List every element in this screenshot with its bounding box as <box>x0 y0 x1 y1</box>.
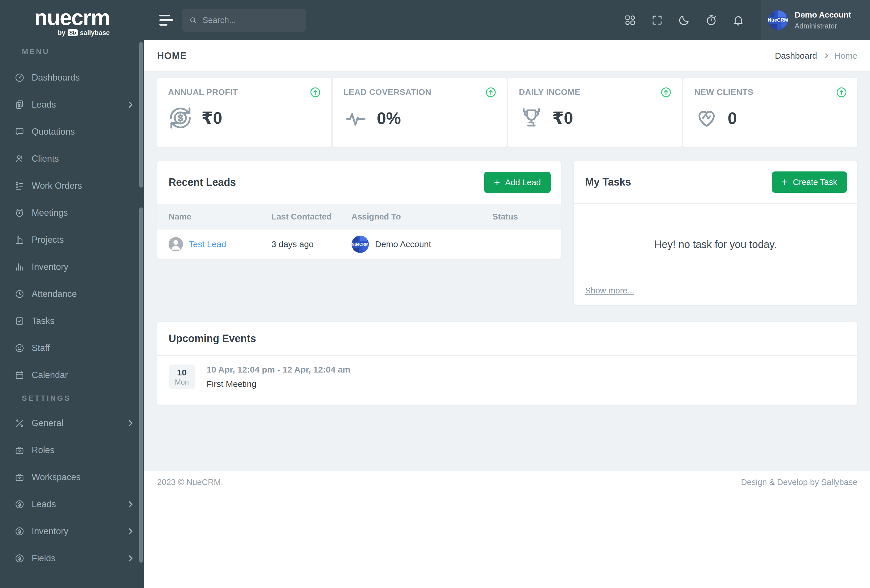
lead-assigned-cell: NueCRMDemo Account <box>352 235 493 253</box>
brand-wordmark: nuecrm <box>34 7 110 28</box>
sidebar-item-inventory[interactable]: Inventory <box>0 518 144 545</box>
sidebar-item-label: Inventory <box>32 262 69 272</box>
sidebar-item-calendar[interactable]: Calendar <box>0 362 144 389</box>
my-tasks-title: My Tasks <box>585 176 631 188</box>
sidebar-item-label: Leads <box>32 499 56 509</box>
lead-last-contacted: 3 days ago <box>271 239 351 249</box>
calendar-icon <box>14 370 25 380</box>
show-more-link[interactable]: Show more... <box>585 286 635 295</box>
fullscreen-icon[interactable] <box>651 14 663 27</box>
stopwatch-icon[interactable] <box>705 14 718 27</box>
user-menu[interactable]: NueCRM Demo Account Administrator <box>761 0 870 40</box>
stat-value: ₹0 <box>553 108 574 128</box>
sidebar-item-meetings[interactable]: Meetings <box>0 199 144 226</box>
sidebar-item-inventory[interactable]: Inventory <box>0 253 144 280</box>
stat-label: ANNUAL PROFIT <box>168 88 320 97</box>
create-task-button[interactable]: + Create Task <box>772 171 847 193</box>
breadcrumb: Dashboard Home <box>775 51 857 61</box>
sidebar-item-clients[interactable]: Clients <box>0 145 144 172</box>
dollar-circle-icon <box>14 553 25 564</box>
sidebar-item-label: General <box>32 418 63 428</box>
stat-card-lead-coversation: LEAD COVERSATION0% <box>332 78 507 147</box>
upcoming-events-card: Upcoming Events 10Mon10 Apr, 12:04 pm - … <box>157 322 857 405</box>
sidebar-item-label: Clients <box>32 153 59 164</box>
assigned-avatar: NueCRM <box>352 235 369 253</box>
sidebar-item-roles[interactable]: Roles <box>0 437 144 464</box>
sidebar-item-label: Roles <box>32 445 54 456</box>
sidebar-toggle-icon[interactable] <box>159 15 173 25</box>
stat-card-daily-income: DAILY INCOME₹0 <box>508 78 682 147</box>
bell-icon[interactable] <box>732 14 745 27</box>
main-region: NueCRM Demo Account Administrator HOME D… <box>144 0 870 588</box>
lead-avatar <box>168 237 183 252</box>
stat-label: NEW CLIENTS <box>694 88 846 97</box>
chevron-right-icon <box>126 555 133 562</box>
events-list: 10Mon10 Apr, 12:04 pm - 12 Apr, 12:04 am… <box>157 356 857 389</box>
column-header-assigned-to: Assigned To <box>352 212 493 222</box>
lead-name-link[interactable]: Test Lead <box>189 239 226 249</box>
footer-credit-link[interactable]: Design & Develop by Sallybase <box>741 478 857 588</box>
arrow-up-circle-icon <box>836 86 848 98</box>
sidebar-item-label: Calendar <box>32 370 68 380</box>
breadcrumb-dashboard[interactable]: Dashboard <box>775 51 817 61</box>
leads-table-body: Test Lead3 days agoNueCRMDemo Account <box>157 229 561 259</box>
sidebar-item-dashboards[interactable]: Dashboards <box>0 64 144 91</box>
event-day: 10 <box>177 368 186 377</box>
brand-logo[interactable]: nuecrm by Sb sallybase <box>0 0 144 43</box>
sidebar-scrollbar-thumb[interactable] <box>139 42 143 188</box>
lead-assigned-name: Demo Account <box>375 239 431 249</box>
stat-value: 0 <box>728 109 737 128</box>
search-icon <box>189 16 197 24</box>
column-header-last-contacted: Last Contacted <box>271 212 351 222</box>
footer-copyright: 2023 © NueCRM. <box>157 478 223 588</box>
dollar-circle-icon <box>14 526 25 536</box>
sidebar-item-fields[interactable]: Fields <box>0 545 144 572</box>
stat-label: LEAD COVERSATION <box>344 88 496 97</box>
event-details: 10 Apr, 12:04 pm - 12 Apr, 12:04 amFirst… <box>207 365 350 389</box>
sidebar-item-leads[interactable]: Leads <box>0 491 144 518</box>
currency-cycle-icon <box>168 106 193 130</box>
avatar: NueCRM <box>768 10 788 30</box>
sidebar-item-label: Inventory <box>32 526 69 536</box>
topbar-actions <box>624 14 761 27</box>
sidebar-item-workspaces[interactable]: Workspaces <box>0 464 144 491</box>
trophy-icon <box>519 106 544 130</box>
sidebar-item-tasks[interactable]: Tasks <box>0 308 144 335</box>
sidebar-item-label: Meetings <box>32 208 68 218</box>
invoice-icon <box>14 100 25 110</box>
lead-row: Test Lead3 days agoNueCRMDemo Account <box>157 229 561 259</box>
moon-icon[interactable] <box>678 14 690 27</box>
plus-icon: + <box>494 177 500 188</box>
sidebar-section-menu: MENU <box>22 47 144 56</box>
add-lead-button[interactable]: + Add Lead <box>484 172 551 193</box>
sidebar-item-staff[interactable]: Staff <box>0 335 144 362</box>
sidebar-scrollbar-thumb[interactable] <box>139 207 143 563</box>
event-item[interactable]: 10Mon10 Apr, 12:04 pm - 12 Apr, 12:04 am… <box>157 356 857 389</box>
sidebar-item-label: Fields <box>32 553 55 564</box>
brand-byline-name: sallybase <box>80 29 110 37</box>
sidebar-item-label: Attendance <box>32 289 77 299</box>
stat-value: 0% <box>377 109 401 128</box>
page-footer: 2023 © NueCRM. Design & Develop by Sally… <box>144 471 870 588</box>
search-input[interactable] <box>203 16 289 25</box>
bar-chart-icon <box>14 262 25 272</box>
clock-icon <box>14 289 25 299</box>
lead-name-cell: Test Lead <box>168 237 271 252</box>
sidebar-item-attendance[interactable]: Attendance <box>0 280 144 308</box>
sidebar-item-quotations[interactable]: “Quotations <box>0 118 144 145</box>
gauge-icon <box>14 73 25 83</box>
page-titlebar: HOME Dashboard Home <box>144 40 870 72</box>
task-check-icon <box>14 316 25 326</box>
search-box[interactable] <box>182 9 306 32</box>
sidebar-item-work-orders[interactable]: Work Orders <box>0 172 144 199</box>
sidebar-item-general[interactable]: General <box>0 409 144 437</box>
sidebar: nuecrm by Sb sallybase MENU DashboardsLe… <box>0 0 144 588</box>
sidebar-item-projects[interactable]: Projects <box>0 226 144 253</box>
sidebar-item-leads[interactable]: Leads <box>0 91 144 118</box>
chevron-right-icon <box>126 420 133 427</box>
briefcase-icon <box>14 445 25 456</box>
apps-grid-icon[interactable] <box>624 14 636 27</box>
stat-card-annual-profit: ANNUAL PROFIT₹0 <box>157 78 331 147</box>
recent-leads-title: Recent Leads <box>168 176 236 188</box>
chevron-right-icon <box>126 101 133 108</box>
